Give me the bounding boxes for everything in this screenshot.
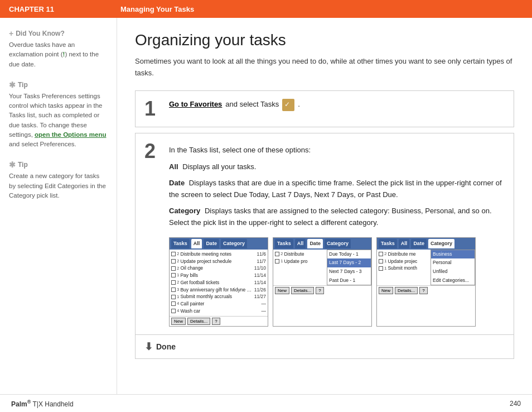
done-arrow-icon: ⬇ [144, 341, 153, 353]
intro-paragraph: Sometimes you want to look at all the th… [135, 56, 514, 79]
ss2-tab-all[interactable]: All [295, 239, 306, 248]
brand-tx: T|X Handheld [32, 400, 73, 408]
page-number: 240 [510, 400, 521, 408]
sidebar-heading-3: ✱ Tip [9, 160, 108, 169]
ss1-checkbox-9[interactable] [171, 309, 176, 313]
ss3-help-button[interactable]: ? [419, 287, 427, 294]
ss1-row-6: 3 Buy anniversary gift for Midyne & Greg… [171, 286, 266, 294]
ss2-checkbox-1[interactable] [275, 252, 279, 256]
ss2-row-1: 2 Distribute [275, 251, 324, 258]
ss1-row-3: 2 Oil change 11/10 [171, 265, 266, 272]
step-2-intro: In the Tasks list, select one of these o… [169, 145, 505, 156]
plus-icon: + [9, 29, 13, 38]
ss2-help-button[interactable]: ? [316, 287, 323, 294]
ss3-option-edit[interactable]: Edit Categories... [431, 276, 475, 285]
ss1-row-4: 1 Pay bills 11/14 [171, 272, 266, 279]
ss2-tab-tasks: Tasks [275, 239, 293, 248]
ss1-tab-category[interactable]: Category [221, 239, 247, 248]
page-title: Organizing your tasks [135, 31, 514, 49]
ss2-option-3[interactable]: Next 7 Days - 3 [327, 267, 371, 276]
ss3-option-personal[interactable]: Personal [431, 258, 475, 267]
option-date-desc: Displays tasks that are due in a specifi… [169, 179, 502, 199]
ss2-header: Tasks All Date Category [273, 238, 371, 249]
ss3-checkbox-2[interactable] [379, 259, 383, 264]
ss2-body: 2 Distribute 1 Update pro [273, 250, 326, 285]
ss1-row-2: 2 Update project schedule 11/7 [171, 258, 266, 265]
ss2-dropdown[interactable]: Due Today - 1 Last 7 Days - 2 Next 7 Day… [327, 250, 371, 285]
step-2-options: In the Tasks list, select one of these o… [169, 145, 505, 327]
ss2-details-button[interactable]: Details... [291, 287, 314, 294]
ss2-tab-date[interactable]: Date [307, 239, 323, 248]
option-category-label: Category [169, 207, 200, 215]
ss3-row-2: 1 Update projec [379, 258, 428, 265]
ss1-checkbox-1[interactable] [171, 252, 176, 256]
ss3-option-business[interactable]: Business [431, 250, 475, 259]
tasks-app-icon [282, 99, 294, 111]
ss1-row-5: 2 Get football tickets 11/14 [171, 279, 266, 286]
ss1-checkbox-7[interactable] [171, 295, 176, 299]
ss2-checkbox-2[interactable] [275, 259, 279, 264]
asterisk-icon-2: ✱ [9, 160, 16, 169]
screenshot-all: Tasks All Date Category 2 Distri [169, 237, 268, 326]
step-2-number: 2 [144, 141, 160, 161]
options-menu-link[interactable]: open the Options menu [35, 131, 106, 138]
ss1-new-button[interactable]: New [171, 318, 186, 325]
ss3-row-3: 1 Submit month [379, 265, 428, 272]
ss2-option-4[interactable]: Past Due - 1 [327, 276, 371, 285]
chapter-label: CHAPTER 11 [9, 5, 120, 13]
ss1-header: Tasks All Date Category [170, 238, 268, 249]
ss1-checkbox-2[interactable] [171, 259, 176, 264]
ss2-new-button[interactable]: New [275, 287, 289, 294]
ss3-checkbox-3[interactable] [379, 266, 383, 271]
ss1-tab-all[interactable]: All [191, 239, 202, 248]
step-2-inner: 2 In the Tasks list, select one of these… [136, 133, 514, 334]
ss3-tab-date[interactable]: Date [411, 239, 427, 248]
ss2-option-1[interactable]: Due Today - 1 [327, 250, 371, 259]
ss3-tab-all[interactable]: All [399, 239, 410, 248]
sidebar-heading-1: + Did You Know? [9, 29, 108, 38]
ss1-checkbox-6[interactable] [171, 288, 176, 292]
go-to-favorites-link[interactable]: Go to Favorites [169, 99, 222, 111]
ss2-body-row: 2 Distribute 1 Update pro [273, 250, 371, 285]
sidebar-text-2: Your Tasks Preferences settings control … [9, 92, 108, 150]
footer-brand: Palm® T|X Handheld [11, 399, 74, 408]
ss3-option-unfiled[interactable]: Unfiled [431, 267, 475, 276]
step-1-inner: 1 Go to Favorites and select Tasks . [136, 91, 514, 127]
ss1-tab-date[interactable]: Date [204, 239, 219, 248]
asterisk-icon-1: ✱ [9, 80, 16, 89]
ss1-help-button[interactable]: ? [212, 318, 220, 325]
ss3-header: Tasks All Date Category [377, 238, 475, 249]
option-all-desc: Displays all your tasks. [182, 162, 256, 171]
sidebar-heading-2: ✱ Tip [9, 80, 108, 89]
ss3-body-row: 2 Distribute me 1 Update projec [377, 250, 475, 285]
ss1-body: 2 Distribute meeting notes 11/6 2 Update… [170, 250, 268, 316]
ss3-tab-category[interactable]: Category [428, 239, 454, 248]
ss3-row-1: 2 Distribute me [379, 251, 428, 258]
ss1-checkbox-8[interactable] [171, 301, 176, 306]
option-category: Category Displays tasks that are assigne… [169, 205, 505, 229]
ss2-option-2[interactable]: Last 7 Days - 2 [327, 258, 371, 267]
done-label: Done [156, 342, 176, 351]
ss1-details-button[interactable]: Details... [187, 318, 210, 325]
ss2-tab-category[interactable]: Category [325, 239, 351, 248]
ss3-details-button[interactable]: Details... [395, 287, 418, 294]
ss3-tab-tasks: Tasks [379, 239, 397, 248]
ss1-row-1: 2 Distribute meeting notes 11/6 [171, 251, 266, 258]
step-1-line: Go to Favorites and select Tasks . [169, 99, 505, 111]
ss3-new-button[interactable]: New [379, 287, 393, 294]
ss3-dropdown[interactable]: Business Personal Unfiled Edit Categorie… [431, 250, 475, 285]
option-all: All Displays all your tasks. [169, 161, 505, 173]
ss1-checkbox-4[interactable] [171, 273, 176, 277]
chapter-title: Managing Your Tasks [120, 5, 194, 13]
ss1-checkbox-3[interactable] [171, 266, 176, 271]
option-date-label: Date [169, 179, 185, 187]
screenshot-category: Tasks All Date Category 2 [376, 237, 476, 326]
brand-palm: Palm® [11, 400, 31, 408]
sidebar-text-1: Overdue tasks have an exclamation point … [9, 40, 108, 69]
ss1-footer: New Details... ? [170, 316, 268, 326]
step-2-content: In the Tasks list, select one of these o… [169, 141, 505, 327]
ss1-checkbox-5[interactable] [171, 280, 176, 285]
option-all-label: All [169, 162, 178, 171]
sidebar-text-3: Create a new category for tasks by selec… [9, 171, 108, 200]
ss3-checkbox-1[interactable] [379, 252, 383, 256]
